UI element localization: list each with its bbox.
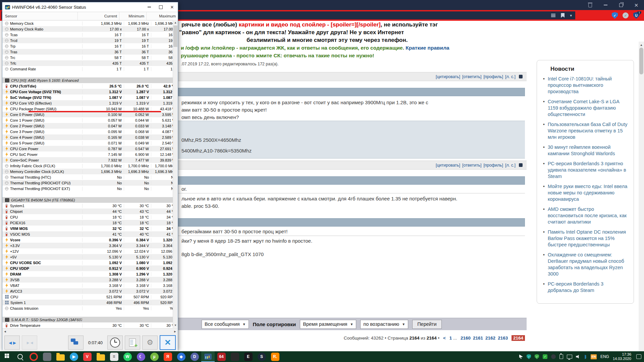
- news-link[interactable]: Пользовательская база Call of Duty Warzo…: [548, 121, 629, 140]
- post-action-link[interactable]: [ответить]: [462, 163, 481, 168]
- scrollbar-thumb[interactable]: [639, 48, 643, 74]
- sensor-row[interactable]: VRM MOS32 °C32 °C34 °C: [2, 226, 178, 231]
- shield-teal-tray-icon[interactable]: ✓: [527, 354, 531, 359]
- page-link[interactable]: 2160: [461, 336, 471, 341]
- page-link[interactable]: 2161: [473, 336, 483, 341]
- scroll-up-icon[interactable]: ▲: [639, 42, 644, 48]
- sensor-row[interactable]: Drive Temperature30 °C30 °C30 °C: [2, 322, 178, 328]
- page-link[interactable]: 2163: [498, 336, 508, 341]
- post-action-link[interactable]: [профиль]: [483, 74, 503, 79]
- sensor-row[interactable]: Command Rate1 T1 T1 T: [2, 66, 178, 72]
- hwinfo-close-button[interactable]: ✕: [166, 2, 178, 12]
- start-button[interactable]: [0, 351, 13, 362]
- sensor-row[interactable]: Core 3 Power (SMU)0.095 W0.068 W4.087 W: [2, 129, 178, 134]
- taskbar-app-app-purple[interactable]: ☾: [134, 351, 148, 362]
- taskbar-clock[interactable]: 17:3614.03.2020: [613, 352, 631, 361]
- post-action-link[interactable]: [цитировать]: [436, 74, 460, 79]
- taskbar-app-vivaldi[interactable]: V: [80, 351, 94, 362]
- sort-order-select[interactable]: по возрастанию▼: [360, 320, 408, 329]
- news-link[interactable]: PC-версия Borderlands 3 приятно удивила …: [548, 161, 629, 180]
- scroll-left-icon[interactable]: ◄: [2, 329, 8, 334]
- news-link[interactable]: AMD сможет быстро восстановиться после к…: [548, 206, 629, 225]
- sensor-row[interactable]: Memory Controller Clock (UCLK)1,696.3 MH…: [2, 169, 178, 174]
- sensor-row[interactable]: DRAM1.308 V1.296 V1.320 V: [2, 271, 178, 277]
- taskbar-app-telegram[interactable]: ◀: [67, 351, 80, 362]
- sensor-row[interactable]: CPU521 RPM507 RPM920 RPM: [2, 294, 178, 300]
- sensor-row[interactable]: Core 2 Power (SMU)0.047 W0.033 W3.148 W: [2, 123, 178, 129]
- close-button[interactable]: ✕: [629, 0, 644, 10]
- news-link[interactable]: Мойте руки вместо еды: Intel ввела новые…: [548, 183, 629, 202]
- sensor-row[interactable]: VSOC MOS41 °C40 °C41 °C: [2, 231, 178, 237]
- sensor-row[interactable]: Memory Clock1,696.3 MHz1,696.3 MHz1,696.…: [2, 20, 178, 26]
- scroll-right-icon[interactable]: ►: [172, 329, 178, 334]
- prev-page-link[interactable]: <: [443, 336, 446, 341]
- language-label[interactable]: ENG: [600, 354, 609, 359]
- remote-sensors-button[interactable]: [68, 336, 84, 350]
- usb-tray-icon[interactable]: [559, 354, 563, 359]
- sensor-row[interactable]: Trcd19 T19 T19 T: [2, 38, 178, 43]
- sensor-row[interactable]: +12V12.096 V12.024 V12.096 V: [2, 248, 178, 254]
- hwinfo-horizontal-scrollbar[interactable]: ◄ ►: [2, 328, 178, 334]
- taskbar-app-yandex[interactable]: Я: [161, 351, 174, 362]
- sensor-row[interactable]: CPU Core Voltage (SVI2 TFN)1.312 V1.287 …: [2, 89, 178, 95]
- hwinfo-maximize-button[interactable]: [155, 2, 166, 12]
- taskbar-app-aida64[interactable]: 64: [215, 351, 228, 362]
- go-button[interactable]: Перейти: [412, 320, 441, 329]
- news-link[interactable]: Intel Core i7-10810U: тайный процессор в…: [548, 76, 629, 95]
- sensor-row[interactable]: Vcore0.396 V0.384 V1.320 V: [2, 237, 178, 243]
- sensor-row[interactable]: CPU SoC Power7.145 W6.900 W12.148 W: [2, 152, 178, 157]
- sensor-table-header[interactable]: Sensor Current Minimum Maximum: [2, 12, 178, 20]
- news-link[interactable]: Сочетание Comet Lake-S и LGA 1159 взбудо…: [548, 99, 629, 118]
- reading-list-icon[interactable]: [551, 15, 555, 16]
- sensor-row[interactable]: CPU VCORE SOC1.092 V1.080 V1.092 V: [2, 260, 178, 265]
- sensor-row[interactable]: Trp16 T16 T16 T: [2, 43, 178, 49]
- sensor-row[interactable]: SoC Voltage (SVI2 TFN)1.087 V1.087 V1.08…: [2, 95, 178, 100]
- news-link[interactable]: Память Intel Optane DC поколения Barlow …: [548, 229, 629, 248]
- post-action-link[interactable]: [л. с.]: [505, 163, 516, 168]
- sensor-row[interactable]: VBAT3.168 V3.168 V3.168 V: [2, 283, 178, 288]
- sensor-row[interactable]: Tcas16 T16 T16 T: [2, 32, 178, 38]
- sensor-row[interactable]: CPU VDDP0.912 V0.900 V0.924 V: [2, 265, 178, 271]
- page-scrollbar[interactable]: ▲ ▼: [639, 42, 644, 362]
- sensor-row[interactable]: +3.3V3.364 V3.344 V3.364 V: [2, 243, 178, 248]
- settings-gear-button[interactable]: ⚙: [142, 336, 158, 350]
- restore-button[interactable]: [613, 0, 629, 10]
- sensor-row[interactable]: Trfc435 T435 T435 T: [2, 60, 178, 66]
- news-link[interactable]: PC-версия Borderlands 3 добралась до Ste…: [548, 281, 629, 294]
- sensor-row[interactable]: Infinity Fabric Clock (FCLK)1,700.0 MHz1…: [2, 163, 178, 169]
- shield-badge-extension-icon[interactable]: U 1: [633, 12, 639, 19]
- sensor-row[interactable]: Core+SoC Power7.932 W7.477 W39.839 W: [2, 157, 178, 163]
- trash-icon[interactable]: [582, 0, 598, 10]
- sensor-row[interactable]: CPU18 °C18 °C34 °C: [2, 214, 178, 220]
- sensor-row[interactable]: CPU Core Power0.787 W0.547 W27.691 W: [2, 146, 178, 152]
- taskbar-app-app-dark[interactable]: [228, 351, 241, 362]
- sensor-row[interactable]: Tras36 T36 T36 T: [2, 49, 178, 55]
- hwinfo-titlebar[interactable]: HWiNFO64 v6.22-4060 Sensor Status ✕: [2, 2, 178, 12]
- clock-button[interactable]: [107, 336, 123, 350]
- taskbar-app-calculator[interactable]: =: [107, 351, 121, 362]
- post-action-link[interactable]: [цитировать]: [436, 163, 460, 168]
- taskbar-app-folder[interactable]: [54, 351, 67, 362]
- post-action-link[interactable]: [ответить]: [462, 74, 481, 79]
- taskbar-app-r-app[interactable]: R.: [268, 351, 282, 362]
- minimize-button[interactable]: [598, 0, 613, 10]
- taskbar-app-hwinfo[interactable]: [201, 351, 215, 362]
- taskbar-app-steam[interactable]: S: [255, 351, 268, 362]
- hwinfo-exit-button[interactable]: ✕: [160, 335, 176, 350]
- volume-tray-icon[interactable]: [576, 355, 581, 359]
- sensor-row[interactable]: System130 °C30 °C30 °C: [2, 203, 178, 208]
- sensor-row[interactable]: Core 0 Power (SMU)0.100 W0.052 W3.595 W: [2, 112, 178, 117]
- hwinfo-vertical-scrollbar[interactable]: ▲ ▼: [173, 20, 178, 328]
- sensor-row[interactable]: System 1498 RPM496 RPM520 RPM: [2, 300, 178, 305]
- notification-center-icon[interactable]: [636, 354, 641, 359]
- circle-extension-icon[interactable]: ✓: [623, 12, 629, 18]
- filter-select[interactable]: Все сообщения▼: [202, 320, 249, 329]
- page-link[interactable]: 2162: [485, 336, 495, 341]
- taskbar-app-folder-2[interactable]: [94, 351, 107, 362]
- taskbar-app-discord[interactable]: D: [188, 351, 201, 362]
- sensor-row[interactable]: CPU Package Power (SMU)10.943 W10.488 W4…: [2, 106, 178, 112]
- shield-green-tray-icon[interactable]: ✓: [535, 354, 539, 359]
- sensor-row[interactable]: Chassis IntrusionYesYesYes: [2, 305, 178, 311]
- sensor-row[interactable]: CPU Core VID (Effective)1.319 V1.319 V1.…: [2, 100, 178, 106]
- sensor-row[interactable]: Thermal Throttling (HTC)NoNoNo: [2, 174, 178, 180]
